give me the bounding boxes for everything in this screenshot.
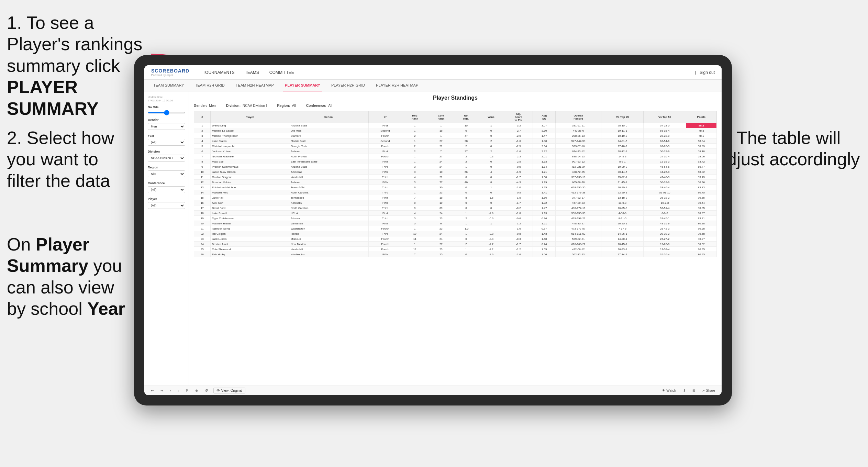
table-cell: 19 <box>194 216 211 221</box>
nav-teams[interactable]: TEAMS <box>245 69 259 76</box>
table-cell: 78.3 <box>686 128 716 133</box>
table-cell: 8 <box>478 180 504 185</box>
table-row[interactable]: 21Taehoon SongWashingtonFourth123-1.0-1.… <box>194 226 717 231</box>
table-cell: 5 <box>402 221 428 226</box>
table-cell: Michael Le Sasso <box>210 128 289 133</box>
table-row[interactable]: 26Petr HrubyWashingtonFifth7250-1.6-1.61… <box>194 252 717 257</box>
toolbar-paste[interactable]: ⊕ <box>193 388 200 393</box>
subnav-player-h2h-heatmap[interactable]: PLAYER H2H HEATMAP <box>374 82 420 89</box>
table-cell: 27 <box>428 154 454 159</box>
toolbar-copy[interactable]: ⎘ <box>185 388 190 393</box>
toolbar-grid[interactable]: ⊞ <box>691 388 697 393</box>
table-row[interactable]: 1Wenyi DingArizona StateFirst11151-3.23.… <box>194 123 717 128</box>
toolbar-back[interactable]: ‹ <box>168 388 173 393</box>
table-row[interactable]: 10Jacob Skov OlesenArkansasFifth310664-1… <box>194 169 717 175</box>
table-cell: 68.92 <box>686 169 716 175</box>
table-row[interactable]: 4Luke ClatonFlorida StateSecond127282-1.… <box>194 138 717 144</box>
table-row[interactable]: 7Nicholas GabrieleNorth FloridaFourth127… <box>194 154 717 159</box>
table-row[interactable]: 11Gordon SargentVanderbiltThird42100-1.7… <box>194 175 717 180</box>
table-row[interactable]: 19Tiger ChristensenArizonaThird5232-0.6-… <box>194 216 717 221</box>
table-cell: 63-54-6 <box>644 138 686 144</box>
table-cell: 1 <box>478 185 504 190</box>
table-cell: 10-10-2 <box>601 133 644 138</box>
col-yr[interactable]: Yr <box>369 111 402 123</box>
table-row[interactable]: 23Jack LundinMissouriFourth11240-0.3-0.3… <box>194 236 717 242</box>
table-cell: 7 <box>402 195 428 200</box>
table-row[interactable]: 2Michael Le SassoOle MissSecond11800-2.7… <box>194 128 717 133</box>
table-row[interactable]: 8Mats EgeEast Tennessee StateFifth12420-… <box>194 159 717 164</box>
col-wins[interactable]: Wins <box>478 111 504 123</box>
toolbar-share[interactable]: ↗ Share <box>700 388 717 393</box>
col-school[interactable]: School <box>289 111 368 123</box>
col-reg-rank[interactable]: RegRank <box>402 111 428 123</box>
table-cell: 6 <box>428 221 454 226</box>
table-cell: 1 <box>402 159 428 164</box>
col-rds[interactable]: No.Rds. <box>454 111 478 123</box>
player-select[interactable]: (All) <box>148 202 185 209</box>
table-cell: Third <box>369 216 402 221</box>
col-top50[interactable]: Vs Top 50 <box>644 111 686 123</box>
table-cell: Luke Powell <box>210 211 289 216</box>
table-cell: 80.55 <box>686 195 716 200</box>
table-row[interactable]: 25Cole SherwoodVanderbiltFourth12231-1.2… <box>194 247 717 252</box>
region-select[interactable]: N/A <box>148 170 185 177</box>
table-cell: New Mexico <box>289 242 368 247</box>
gender-select[interactable]: Men <box>148 123 185 130</box>
year-select[interactable]: (All) <box>148 139 185 146</box>
table-cell: 24 <box>428 231 454 236</box>
toolbar-watch[interactable]: 👁 Watch <box>660 388 678 393</box>
no-rds-slider[interactable] <box>148 112 185 113</box>
nav-committee[interactable]: COMMITTEE <box>269 69 294 76</box>
table-row[interactable]: 15Jake HallTennesseeFifth7188-1.5-1.51.6… <box>194 195 717 200</box>
subnav-player-summary[interactable]: PLAYER SUMMARY <box>283 82 322 91</box>
table-row[interactable]: 17David FordNorth CarolinaThird96900-0.2… <box>194 205 717 211</box>
table-row[interactable]: 13Phichaksn MaichonTexas A&MThird63001-1… <box>194 185 717 190</box>
table-cell: 57-23-0 <box>644 123 686 128</box>
table-row[interactable]: 24Bastien AmatNew MexicoFourth1272-1.7-1… <box>194 242 717 247</box>
table-row[interactable]: 20Matthew RiedelVanderbiltFifth5611-1.21… <box>194 221 717 226</box>
nav-tournaments[interactable]: TOURNAMENTS <box>203 69 234 76</box>
watch-icon: 👁 <box>662 389 665 392</box>
table-row[interactable]: 9Preston SummerhaysArizona StateThird324… <box>194 164 717 169</box>
toolbar-forward[interactable]: › <box>176 388 181 393</box>
table-row[interactable]: 18Luke PowellUCLAFirst4241-1.8-1.81.1350… <box>194 211 717 216</box>
table-cell: 0 <box>478 128 504 133</box>
toolbar-view[interactable]: 👁 View: Original <box>213 388 246 393</box>
toolbar-undo[interactable]: ↩ <box>149 388 155 393</box>
nav-separator: | <box>695 70 696 75</box>
table-row[interactable]: 22Ian GilliganFloridaThird10241-0.8-0.81… <box>194 231 717 236</box>
col-player[interactable]: Player <box>210 111 289 123</box>
col-top25[interactable]: Vs Top 25 <box>601 111 644 123</box>
nav-sign-out[interactable]: Sign out <box>700 69 715 76</box>
toolbar-redo[interactable]: ↪ <box>159 388 165 393</box>
col-adj[interactable]: Adj.Scoreto Par <box>504 111 533 123</box>
sidebar-region: Region N/A <box>148 166 185 177</box>
table-cell: 10 <box>428 169 454 175</box>
table-cell: Tennessee <box>289 195 368 200</box>
table-cell: Fourth <box>369 133 402 138</box>
table-cell: 0 <box>478 190 504 195</box>
table-cell: -2.6 <box>504 133 533 138</box>
subnav-team-summary[interactable]: TEAM SUMMARY <box>151 82 186 89</box>
table-row[interactable]: 12Brendan ValdesAuburnFifth377408-4.31.7… <box>194 180 717 185</box>
toolbar-clock[interactable]: ⏱ <box>203 388 210 393</box>
table-cell: 1.92 <box>533 200 556 205</box>
col-record[interactable]: OverallRecord <box>556 111 601 123</box>
subnav-player-h2h-grid[interactable]: PLAYER H2H GRID <box>329 82 367 89</box>
subnav-team-h2h-heatmap[interactable]: TEAM H2H HEATMAP <box>234 82 276 89</box>
division-select[interactable]: NCAA Division I <box>148 155 185 162</box>
table-row[interactable]: 14Maxwell FordNorth CarolinaThird12300-0… <box>194 190 717 195</box>
toolbar-export[interactable]: ⬇ <box>681 388 687 393</box>
table-cell: 68.18 <box>686 149 716 154</box>
table-row[interactable]: 5Christo LamprechtGeorgia TechFourth2212… <box>194 144 717 149</box>
subnav-team-h2h-grid[interactable]: TEAM H2H GRID <box>193 82 227 89</box>
table-row[interactable]: 16Alex GoffKentuckyFifth81900-1.71.92467… <box>194 200 717 205</box>
col-avg-sg[interactable]: AvgSG <box>533 111 556 123</box>
col-conf-rank[interactable]: ConfRank <box>428 111 454 123</box>
table-cell: 1.93 <box>533 159 556 164</box>
col-points[interactable]: Points <box>686 111 716 123</box>
conference-select[interactable]: (All) <box>148 186 185 193</box>
table-row[interactable]: 6Jackson KoivunAuburnFirst27272-1.62.726… <box>194 149 717 154</box>
table-cell: 38-46-4 <box>644 185 686 190</box>
table-row[interactable]: 3Michael ThorbjornsenStanfordFourth21470… <box>194 133 717 138</box>
